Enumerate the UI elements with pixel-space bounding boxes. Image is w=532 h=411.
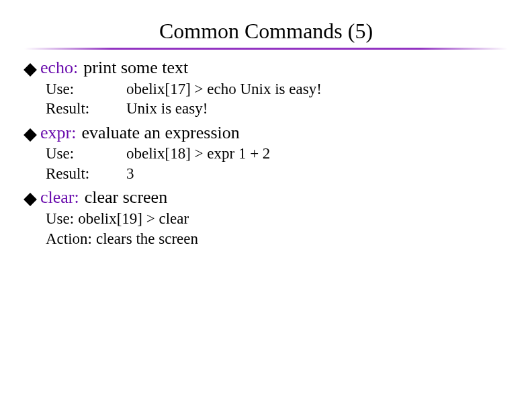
detail-row: Use: obelix[19] > clear — [46, 209, 532, 228]
detail-value: obelix[19] > clear — [78, 209, 189, 228]
detail-row: Action: clears the screen — [46, 229, 532, 248]
command-desc: evaluate an expression — [81, 122, 239, 144]
item-details: Use: obelix[19] > clear Action: clears t… — [26, 209, 532, 248]
detail-value: obelix[18] > expr 1 + 2 — [126, 144, 270, 163]
command-desc: print some text — [83, 56, 188, 79]
slide-title: Common Commands (5) — [0, 0, 532, 48]
item-header: expr: evaluate an expression — [26, 122, 532, 144]
command-desc: clear screen — [85, 186, 167, 209]
detail-row: Use: obelix[17] > echo Unix is easy! — [46, 79, 532, 99]
item-header: echo: print some text — [26, 56, 532, 79]
item-details: Use: obelix[17] > echo Unix is easy! Res… — [26, 79, 532, 119]
detail-value: clears the screen — [96, 229, 198, 248]
bullet-diamond-icon — [24, 128, 37, 142]
list-item: echo: print some text Use: obelix[17] > … — [26, 56, 532, 119]
command-name: clear: — [40, 186, 79, 209]
detail-value: obelix[17] > echo Unix is easy! — [126, 79, 322, 99]
bullet-diamond-icon — [24, 63, 37, 77]
item-header: clear: clear screen — [26, 186, 532, 209]
title-rule — [24, 48, 508, 50]
bullet-diamond-icon — [24, 193, 37, 206]
item-details: Use: obelix[18] > expr 1 + 2 Result: 3 — [26, 144, 532, 183]
detail-label: Use: — [46, 209, 74, 228]
detail-label: Action: — [46, 229, 92, 248]
slide-content: echo: print some text Use: obelix[17] > … — [0, 56, 532, 248]
detail-value: Unix is easy! — [126, 99, 208, 118]
detail-row: Use: obelix[18] > expr 1 + 2 — [46, 144, 532, 163]
command-name: echo: — [40, 56, 78, 79]
detail-label: Use: — [46, 144, 126, 163]
detail-label: Use: — [46, 79, 126, 99]
command-name: expr: — [40, 122, 76, 144]
detail-label: Result: — [46, 164, 126, 183]
detail-row: Result: 3 — [46, 164, 532, 183]
list-item: expr: evaluate an expression Use: obelix… — [26, 122, 532, 184]
list-item: clear: clear screen Use: obelix[19] > cl… — [26, 186, 532, 248]
detail-label: Result: — [46, 99, 126, 118]
detail-value: 3 — [126, 164, 134, 183]
detail-row: Result: Unix is easy! — [46, 99, 532, 118]
